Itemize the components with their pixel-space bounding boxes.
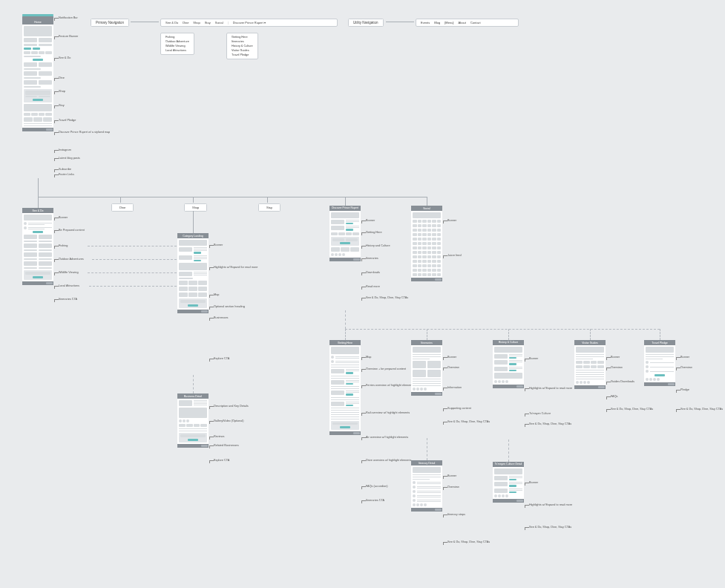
primary-nav-bar: See & Do Dine Shop Stay Social | Discove… bbox=[160, 19, 338, 27]
card-title: Social bbox=[411, 206, 442, 211]
connector bbox=[386, 22, 414, 22]
annot: Banner bbox=[447, 356, 456, 359]
card-title: Home bbox=[22, 19, 53, 24]
annot: Optional section heading bbox=[214, 305, 245, 309]
annot: Banner bbox=[680, 356, 689, 359]
cat-dine: Dine bbox=[111, 203, 134, 212]
utility-nav-bar: Events Blog [Menu] About Contact bbox=[416, 19, 519, 27]
nav-item[interactable]: Shop bbox=[193, 21, 200, 24]
dropdown-item[interactable]: Getting Here bbox=[232, 36, 253, 39]
annot: Banner bbox=[529, 481, 538, 484]
annot: Itineraries CTA bbox=[366, 499, 384, 502]
annot: See & Do, Shop, Dine, Stay CTAs bbox=[529, 422, 571, 426]
annot: Rail overview w/ highlight elements bbox=[366, 411, 410, 415]
annot: Banner bbox=[529, 357, 538, 360]
annot: Explore CTA bbox=[214, 357, 229, 360]
nav-item[interactable]: Contact bbox=[470, 21, 481, 24]
annot: Juicer feed bbox=[447, 254, 462, 257]
annot: Banner bbox=[447, 474, 456, 477]
annot: Ts'msyen Culture bbox=[529, 412, 551, 415]
card-title: Business Detail bbox=[177, 393, 209, 399]
card-body bbox=[22, 24, 53, 128]
annot: Guides Downloads bbox=[611, 380, 634, 383]
annot: Related Businesses bbox=[214, 444, 239, 447]
card-title: Category Landing bbox=[177, 233, 209, 238]
card-title: Itinerary Detail bbox=[411, 460, 442, 466]
dropdown-item[interactable]: Visitor Guides bbox=[232, 49, 253, 52]
card-social: Social bbox=[411, 206, 442, 281]
dropdown-item[interactable]: Fishing bbox=[165, 36, 189, 39]
annot: Subscribe bbox=[59, 168, 71, 171]
annot: Itineraries CTA bbox=[59, 298, 77, 301]
annot: Map bbox=[366, 356, 371, 359]
card-title: Travel Pledge bbox=[644, 340, 675, 345]
card-title: Discover Prince Rupert bbox=[329, 206, 361, 211]
annot: Discover Prince Rupert w/ a stylized map bbox=[59, 131, 110, 134]
dropdown-item[interactable]: Itineraries bbox=[232, 40, 253, 43]
card-business: Business Detail bbox=[177, 393, 209, 448]
primary-nav-label: Primary Navigation bbox=[91, 19, 129, 27]
annot: Gallery/Video (Optional) bbox=[214, 419, 243, 423]
dropdown-item[interactable]: Outdoor Adventure bbox=[165, 40, 189, 43]
annot: Overview + be prepared content bbox=[366, 368, 406, 371]
annot: Highlights w/ Expand for read more bbox=[214, 266, 257, 270]
nav-item[interactable]: About bbox=[458, 21, 465, 24]
connector bbox=[131, 22, 159, 22]
card-gettinghere: Getting Here bbox=[329, 340, 361, 435]
nav-item[interactable]: Social bbox=[215, 21, 223, 24]
dropdown-item[interactable]: Wildlife Viewing bbox=[165, 45, 189, 48]
card-guides: Visitor Guides bbox=[574, 340, 606, 389]
sitemap-diagram: Primary Navigation See & Do Dine Shop St… bbox=[0, 0, 725, 588]
card-title: Getting Here bbox=[329, 340, 361, 345]
dropdown-discover: Getting Here Itineraries History & Cultu… bbox=[226, 33, 258, 59]
utility-nav-label: Utility Navigation bbox=[348, 19, 384, 27]
dropdown-item[interactable]: Local Attractions bbox=[165, 49, 189, 52]
annot: FAQs (accordion) bbox=[366, 485, 388, 488]
annot: Explore CTA bbox=[214, 459, 229, 462]
annot: Drive overview w/ highlight elements bbox=[366, 459, 411, 463]
card-title: Visitor Guides bbox=[574, 340, 606, 345]
card-footer bbox=[22, 128, 53, 131]
nav-item[interactable]: Stay bbox=[205, 21, 211, 24]
nav-item[interactable]: Blog bbox=[434, 21, 440, 24]
dropdown-item[interactable]: History & Culture bbox=[232, 45, 253, 48]
annot: Description and Key Details bbox=[214, 405, 249, 408]
annot: Read more bbox=[366, 285, 380, 288]
card-itineraries: Itineraries bbox=[411, 340, 442, 396]
nav-item[interactable]: See & Do bbox=[165, 21, 178, 24]
annot: Downloads bbox=[366, 271, 380, 274]
dropdown-item[interactable]: Travel Pledge bbox=[232, 53, 253, 56]
annot: Itinerary steps bbox=[447, 513, 465, 516]
nav-item-dropdown[interactable]: Discover Prince Rupert ▾ bbox=[233, 21, 266, 24]
annot: See & Do, Shop, Dine, Stay CTAs bbox=[447, 420, 490, 424]
annot: Wildlife Viewing bbox=[59, 271, 79, 274]
annot: Banner bbox=[214, 244, 223, 246]
dropdown-seedo: Fishing Outdoor Adventure Wildlife Viewi… bbox=[160, 33, 194, 55]
annot: Local Attractions bbox=[59, 284, 79, 287]
card-pledge: Travel Pledge bbox=[644, 340, 675, 386]
annot: Latest blog posts bbox=[59, 157, 80, 160]
annot: See & Do, Shop, Dine, Stay CTAs bbox=[366, 296, 408, 300]
card-title: Itineraries bbox=[411, 340, 442, 345]
annot: Stay bbox=[59, 104, 65, 107]
annot: Notification Bar bbox=[59, 16, 78, 19]
card-history: History & Culture bbox=[493, 340, 524, 388]
annot: See & Do, Shop, Dine, Stay CTAs bbox=[611, 408, 653, 411]
annot: Information bbox=[447, 386, 462, 389]
annot: Banner bbox=[611, 356, 620, 359]
card-title: Ts'msyen Culture Detail bbox=[493, 462, 524, 467]
annot: Travel Pledge bbox=[59, 119, 76, 122]
card-title: See & Do bbox=[22, 208, 53, 213]
nav-item[interactable]: Events bbox=[421, 21, 430, 24]
nav-item[interactable]: [Menu] bbox=[444, 21, 453, 24]
card-tsmsyen: Ts'msyen Culture Detail bbox=[493, 462, 524, 503]
card-itinerarydetail: Itinerary Detail bbox=[411, 460, 442, 512]
annot: Fishing bbox=[59, 244, 68, 247]
card-home: Home bbox=[22, 14, 53, 131]
annot: See & Do, Shop, Dine, Stay CTAs bbox=[680, 408, 723, 411]
annot: Overview bbox=[680, 366, 692, 369]
nav-item[interactable]: Dine bbox=[183, 21, 188, 24]
annot: Ferries overview w/ highlight elements bbox=[366, 384, 413, 388]
annot: Banner bbox=[366, 219, 375, 222]
annot: Overview bbox=[447, 486, 459, 489]
